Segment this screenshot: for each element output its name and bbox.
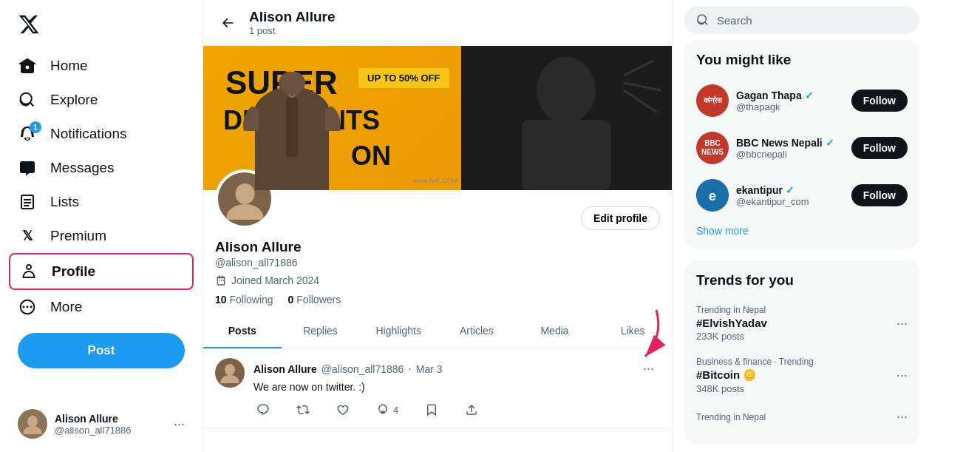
profile-tabs: Posts Replies Highlights Articles Media … [203, 314, 672, 349]
svg-rect-6 [522, 120, 610, 190]
bookmark-action[interactable] [422, 400, 441, 419]
banner-person-area [461, 46, 672, 190]
share-action[interactable] [462, 400, 481, 419]
trend-nepal3[interactable]: Trending in Nepal ··· [696, 402, 908, 432]
ekantipur-info: ekantipur ✓ @ekantipur_com [736, 184, 844, 207]
tweet-author-handle: @alison_all71886 [321, 363, 404, 375]
lists-icon [18, 192, 37, 212]
footer-user-info: Alison Allure @alison_all71886 [55, 413, 166, 436]
sidebar-item-home[interactable]: Home [9, 49, 194, 83]
tweet-avatar [215, 358, 245, 388]
trend-elvish-more[interactable]: ··· [896, 316, 908, 331]
bbc-avatar: BBCNEWS [696, 132, 729, 164]
gagan-avatar: कांग्रेस [696, 84, 729, 117]
retweet-action[interactable] [293, 400, 313, 419]
edit-profile-button[interactable]: Edit profile [581, 206, 660, 230]
footer-name: Alison Allure [55, 413, 166, 425]
messages-label: Messages [50, 160, 115, 176]
sidebar-item-messages[interactable]: Messages [9, 151, 194, 185]
more-label: More [50, 299, 82, 315]
sidebar-item-profile[interactable]: Profile [9, 253, 194, 290]
followers-label-text: Followers [296, 294, 341, 306]
left-sidebar: Home Explore 1 Notifications Messages Li… [0, 0, 203, 452]
followers-count: 0 [288, 294, 294, 306]
ekantipur-avatar: e [696, 179, 729, 212]
post-button[interactable]: Post [18, 333, 185, 368]
trend-bitcoin-more[interactable]: ··· [896, 368, 908, 383]
banner-watermark: www.NIK.COM [413, 177, 457, 184]
premium-label: Premium [50, 228, 106, 244]
banner-jacket [240, 72, 344, 190]
trend-elvish-category: Trending in Nepal #ElvishYadav 233K post… [696, 305, 767, 342]
sidebar-item-lists[interactable]: Lists [9, 185, 194, 219]
profile-header-name: Alison Allure [249, 9, 335, 25]
tab-replies[interactable]: Replies [282, 314, 360, 348]
footer-more-dots[interactable]: ··· [174, 416, 185, 432]
notification-badge: 1 [30, 121, 41, 133]
trends-section: Trends for you Trending in Nepal #Elvish… [684, 260, 919, 444]
follow-gagan-button[interactable]: Follow [851, 90, 908, 112]
trends-title: Trends for you [696, 272, 908, 289]
reply-action[interactable] [253, 400, 273, 419]
profile-name: Alison Allure [215, 239, 660, 255]
search-input-wrap[interactable] [684, 6, 919, 34]
you-might-like-section: You might like कांग्रेस Gagan Thapa ✓ @t… [684, 40, 919, 249]
profile-icon [19, 262, 38, 281]
gagan-verified: ✓ [805, 90, 814, 101]
trend-nepal3-more[interactable]: ··· [896, 409, 908, 425]
joined-text: Joined March 2024 [231, 274, 319, 286]
sidebar-footer-user[interactable]: Alison Allure @alison_all71886 ··· [9, 402, 194, 446]
sidebar-item-explore[interactable]: Explore [9, 83, 194, 117]
ekantipur-handle: @ekantipur_com [736, 196, 844, 207]
ekantipur-name: ekantipur ✓ [736, 184, 844, 196]
suggestion-bbc[interactable]: BBCNEWS BBC News Nepali ✓ @bbcnepali Fol… [696, 124, 908, 172]
follow-bbc-button[interactable]: Follow [851, 137, 908, 159]
tab-articles[interactable]: Articles [438, 314, 516, 348]
sidebar-item-more[interactable]: More [9, 290, 194, 324]
sidebar-item-notifications[interactable]: 1 Notifications [9, 117, 194, 151]
bbc-verified: ✓ [826, 137, 834, 149]
tab-highlights[interactable]: Highlights [359, 314, 438, 348]
bbc-name: BBC News Nepali ✓ [736, 137, 844, 149]
show-more-link[interactable]: Show more [696, 219, 908, 237]
back-button[interactable] [215, 10, 240, 36]
gagan-info: Gagan Thapa ✓ @thapagk [736, 90, 844, 112]
trend-bitcoin-header: Business & finance · Trending #Bitcoin 🪙… [696, 357, 908, 394]
explore-icon [18, 90, 37, 109]
tab-posts[interactable]: Posts [203, 314, 282, 348]
svg-point-1 [23, 426, 41, 434]
footer-avatar [18, 409, 47, 439]
views-action[interactable]: 4 [373, 400, 401, 419]
suggestion-gagan[interactable]: कांग्रेस Gagan Thapa ✓ @thapagk Follow [696, 77, 908, 124]
trend-bitcoin[interactable]: Business & finance · Trending #Bitcoin 🪙… [696, 349, 908, 402]
search-bar-area [684, 0, 919, 40]
tweet-item[interactable]: Alison Allure @alison_all71886 · Mar 3 ·… [203, 349, 672, 429]
svg-point-5 [537, 57, 596, 124]
following-count: 10 [215, 294, 227, 306]
banner-on-text: ON [351, 141, 391, 172]
like-action[interactable] [333, 400, 353, 419]
trend-bitcoin-info: Business & finance · Trending #Bitcoin 🪙… [696, 357, 814, 394]
profile-header-info: Alison Allure 1 post [249, 9, 335, 36]
tweet-more-button[interactable]: ··· [637, 358, 660, 380]
follow-ekantipur-button[interactable]: Follow [851, 184, 908, 206]
tab-media[interactable]: Media [516, 314, 594, 348]
profile-label: Profile [52, 263, 95, 280]
profile-header-posts: 1 post [249, 25, 335, 36]
followers-stat[interactable]: 0 Followers [288, 294, 341, 306]
trend-elvish[interactable]: Trending in Nepal #ElvishYadav 233K post… [696, 297, 908, 349]
premium-icon: 𝕏 [18, 226, 37, 246]
tab-likes[interactable]: Likes [593, 314, 672, 348]
suggestion-ekantipur[interactable]: e ekantipur ✓ @ekantipur_com Follow [696, 172, 908, 219]
search-input[interactable] [717, 14, 908, 27]
home-label: Home [50, 58, 88, 74]
x-logo[interactable] [9, 6, 194, 46]
footer-handle: @alison_all71886 [55, 425, 166, 436]
tweet-header: Alison Allure @alison_all71886 · Mar 3 ·… [253, 358, 660, 380]
banner-discount-badge: UP TO 50% OFF [358, 68, 449, 88]
following-stat[interactable]: 10 Following [215, 294, 273, 306]
sidebar-item-premium[interactable]: 𝕏 Premium [9, 219, 194, 253]
bbc-info: BBC News Nepali ✓ @bbcnepali [736, 137, 844, 160]
svg-point-12 [225, 364, 235, 375]
svg-text:e: e [709, 189, 716, 203]
